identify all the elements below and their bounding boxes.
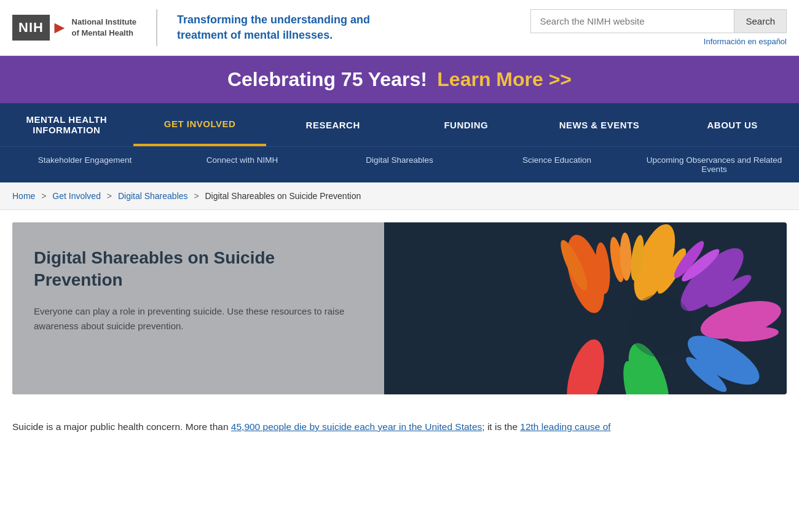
breadcrumb-digital-shareables[interactable]: Digital Shareables: [118, 191, 188, 201]
nav-item-mental-health[interactable]: MENTAL HEALTH INFORMATION: [0, 103, 133, 146]
breadcrumb-sep-3: >: [194, 191, 199, 201]
nih-abbr: NIH: [12, 15, 50, 41]
search-input[interactable]: [531, 10, 734, 33]
logo-area: NIH ► National Institute of Mental Healt…: [12, 9, 423, 46]
hero-title: Digital Shareables on Suicide Prevention: [34, 247, 363, 292]
nav-item-funding[interactable]: FUNDING: [399, 103, 533, 146]
main-navigation: MENTAL HEALTH INFORMATION GET INVOLVED R…: [0, 103, 799, 146]
nav-item-news-events[interactable]: NEWS & EVENTS: [533, 103, 666, 146]
search-box: Search: [530, 9, 787, 33]
body-middle-text: ; it is the: [482, 421, 520, 432]
leading-cause-link[interactable]: 12th leading cause of: [520, 421, 610, 432]
celebration-text: Celebrating 75 Years!: [227, 68, 427, 90]
breadcrumb-home[interactable]: Home: [12, 191, 35, 201]
nav-item-about-us[interactable]: ABOUT US: [666, 103, 799, 146]
subnav-connect[interactable]: Connect with NIMH: [163, 147, 321, 182]
svg-point-15: [629, 294, 692, 358]
search-button[interactable]: Search: [734, 10, 786, 33]
breadcrumb-current: Digital Shareables on Suicide Prevention: [205, 191, 361, 201]
nih-logo: NIH ► National Institute of Mental Healt…: [12, 15, 136, 41]
nav-item-get-involved[interactable]: GET INVOLVED: [133, 103, 267, 146]
suicide-stats-link[interactable]: 45,900 people die by suicide each year i…: [231, 421, 482, 432]
hero-description: Everyone can play a role in preventing s…: [34, 304, 363, 334]
learn-more-link[interactable]: Learn More >>: [437, 68, 572, 90]
hands-svg: [384, 222, 787, 394]
body-intro-text: Suicide is a major public health concern…: [12, 421, 231, 432]
breadcrumb: Home > Get Involved > Digital Shareables…: [0, 182, 799, 210]
breadcrumb-get-involved[interactable]: Get Involved: [52, 191, 101, 201]
tagline: Transforming the understanding and treat…: [177, 12, 423, 43]
org-name: National Institute of Mental Health: [72, 17, 136, 39]
subnav-science-education[interactable]: Science Education: [478, 147, 636, 182]
subnav-stakeholder[interactable]: Stakeholder Engagement: [6, 147, 163, 182]
site-header: NIH ► National Institute of Mental Healt…: [0, 0, 799, 56]
body-text: Suicide is a major public health concern…: [0, 407, 799, 435]
breadcrumb-sep-2: >: [107, 191, 112, 201]
subnav-observances[interactable]: Upcoming Observances and Related Events: [636, 147, 793, 182]
search-area: Search Información en español: [530, 9, 787, 46]
espanol-link[interactable]: Información en español: [704, 37, 787, 46]
breadcrumb-sep-1: >: [41, 191, 46, 201]
hero-text-box: Digital Shareables on Suicide Prevention…: [12, 222, 384, 394]
header-divider: [156, 9, 157, 46]
celebration-banner: Celebrating 75 Years! Learn More >>: [0, 56, 799, 103]
svg-rect-21: [384, 228, 442, 389]
nih-arrow-icon: ►: [51, 18, 68, 37]
hero-section: Digital Shareables on Suicide Prevention…: [12, 222, 787, 394]
nav-item-research[interactable]: RESEARCH: [266, 103, 399, 146]
sub-navigation: Stakeholder Engagement Connect with NIMH…: [0, 146, 799, 182]
hero-image: [384, 222, 787, 394]
subnav-digital-shareables[interactable]: Digital Shareables: [321, 147, 478, 182]
